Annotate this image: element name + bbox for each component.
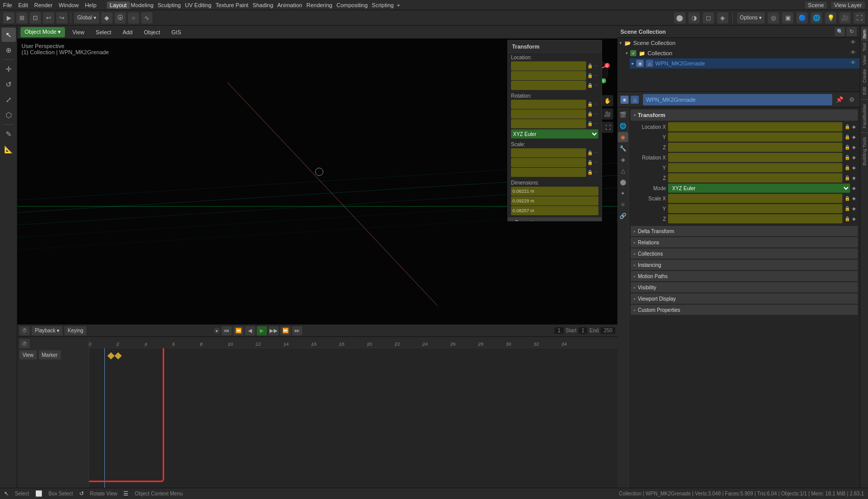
right-tab-tool[interactable]: Tool [861, 41, 867, 54]
toolbar-icon-5[interactable]: ↪ [56, 12, 68, 24]
instancing-header[interactable]: ▸ Instancing [631, 260, 858, 270]
rot-z-key[interactable]: ◆ [852, 175, 856, 180]
workspace-add-btn[interactable]: + [397, 2, 400, 8]
tl-jump-start[interactable]: ⏮ [221, 326, 232, 335]
proportional-type-btn[interactable]: ∿ [141, 12, 152, 24]
shading-mode-1[interactable]: 🔵 [796, 12, 808, 24]
workspace-layout[interactable]: Layout [107, 2, 130, 9]
right-tab-item[interactable]: Item [861, 28, 867, 41]
toolbar-icon-4[interactable]: ↩ [43, 12, 54, 24]
mode-key[interactable]: ◆ [852, 186, 856, 191]
scene-collection-eye[interactable]: 👁 [851, 39, 858, 47]
select-menu-btn[interactable]: Select [92, 27, 116, 37]
props-icon-material[interactable]: ⬤ [618, 177, 628, 187]
props-icon-world[interactable]: 🌐 [618, 121, 628, 131]
tp-rot-z[interactable] [511, 119, 586, 128]
mode-dropdown[interactable]: XYZ Euler [668, 184, 850, 193]
menu-file[interactable]: File [3, 2, 12, 8]
relations-header[interactable]: ▸ Relations [631, 237, 858, 247]
props-icon-physics[interactable]: ⚛ [618, 199, 628, 210]
tp-scale-x[interactable] [511, 148, 586, 157]
shading-mode-2[interactable]: 🌐 [811, 12, 822, 24]
tp-scale-y[interactable] [511, 158, 586, 167]
props-icon-modifier[interactable]: 🔧 [618, 143, 628, 153]
collections-header[interactable]: ▸ Collections [631, 248, 858, 259]
tp-loc-z[interactable] [511, 81, 586, 90]
workspace-shading[interactable]: Shading [253, 2, 273, 8]
outliner-collection[interactable]: ▾ ✓ 📁 Collection 👁 [624, 48, 860, 58]
tp-rot-x-lock[interactable]: 🔒 [587, 102, 593, 107]
props-icon-data[interactable]: △ [618, 166, 628, 176]
viewport-shading-4[interactable]: ◈ [717, 12, 728, 24]
rotation-x-input[interactable] [668, 153, 842, 162]
tp-rot-y[interactable] [511, 109, 586, 119]
object-menu-btn[interactable]: Object [140, 27, 164, 37]
rot-z-lock[interactable]: 🔒 [844, 175, 850, 180]
rot-y-key[interactable]: ◆ [852, 165, 856, 170]
visibility-header[interactable]: ▸ Visibility [631, 282, 858, 292]
tool-transform[interactable]: ⬡ [2, 108, 16, 122]
motion-paths-header[interactable]: ▸ Motion Paths [631, 271, 858, 281]
view-layer-selector[interactable]: View Layer [831, 2, 865, 9]
toolbar-icon-3[interactable]: ⊡ [30, 12, 41, 24]
tl-view-btn[interactable]: View [19, 350, 37, 359]
toolbar-icon-2[interactable]: ⊞ [16, 12, 28, 24]
menu-help[interactable]: Help [85, 2, 97, 8]
overlay-btn[interactable]: ◎ [768, 12, 779, 24]
right-tab-edit[interactable]: Edit [861, 85, 867, 97]
props-icon-vgroups[interactable]: ◈ [618, 154, 628, 165]
tp-rot-x[interactable] [511, 100, 586, 109]
props-pin-btn[interactable]: 📌 [834, 95, 844, 105]
options-btn[interactable]: Options ▾ [737, 12, 765, 24]
loc-x-key[interactable]: ◆ [852, 124, 856, 129]
tl-next-key[interactable]: ⏩ [280, 326, 291, 335]
scale-y-input[interactable] [668, 204, 842, 213]
tl-marker-btn[interactable]: Marker [39, 350, 61, 359]
viewport-shading-1[interactable]: ⬤ [674, 12, 685, 24]
transform-pivot-btn[interactable]: ◆ [101, 12, 113, 24]
rot-y-lock[interactable]: 🔒 [844, 165, 850, 170]
vp-grid-btn[interactable]: ⛶ [602, 122, 613, 133]
rotation-z-input[interactable] [668, 173, 842, 183]
location-z-input[interactable] [668, 143, 842, 152]
timeline-icon-1[interactable]: ⏱ [19, 326, 30, 335]
workspace-animation[interactable]: Animation [277, 2, 302, 8]
location-y-input[interactable] [668, 132, 842, 142]
tool-annotate[interactable]: ✎ [2, 127, 16, 141]
workspace-uv-editing[interactable]: UV Editing [185, 2, 211, 8]
tp-scale-x-lock[interactable]: 🔒 [587, 150, 593, 155]
delta-transform-header[interactable]: ▸ Delta Transform [631, 226, 858, 236]
viewport-shading-2[interactable]: ◑ [688, 12, 700, 24]
workspace-compositing[interactable]: Compositing [337, 2, 368, 8]
timeline-track-area[interactable]: 1 [89, 348, 617, 488]
vp-camera-btn[interactable]: 🎥 [602, 108, 613, 120]
right-tab-view[interactable]: View [861, 53, 867, 67]
viewport-display-header[interactable]: ▸ Viewport Display [631, 293, 858, 304]
outliner-scene-collection[interactable]: ▾ 📂 Scene Collection 👁 [617, 38, 860, 48]
props-object-name-input[interactable] [643, 94, 832, 105]
vp-hand-btn[interactable]: ✋ [602, 95, 613, 106]
gis-menu-btn[interactable]: GIS [167, 27, 185, 37]
menu-render[interactable]: Render [34, 2, 53, 8]
add-menu-btn[interactable]: Add [119, 27, 137, 37]
tp-loc-y[interactable] [511, 71, 586, 80]
tp-scale-z-lock[interactable]: 🔒 [587, 170, 593, 175]
collection-eye[interactable]: 👁 [851, 50, 858, 57]
rot-x-key[interactable]: ◆ [852, 155, 856, 160]
loc-y-key[interactable]: ◆ [852, 134, 856, 140]
scale-z-input[interactable] [668, 214, 842, 223]
tl-prev-key[interactable]: ⏪ [233, 326, 243, 335]
rotation-y-input[interactable] [668, 163, 842, 172]
tp-properties-header[interactable]: ▸ Properties [508, 217, 602, 221]
tool-measure[interactable]: 📐 [2, 142, 16, 156]
collection-checkbox[interactable]: ✓ [630, 50, 636, 56]
loc-y-lock[interactable]: 🔒 [844, 134, 850, 140]
scale-x-lock[interactable]: 🔒 [844, 196, 850, 201]
tp-dim-x[interactable] [511, 187, 598, 196]
tool-scale[interactable]: ⤢ [2, 93, 16, 107]
transform-section-header[interactable]: ▾ Transform [631, 109, 858, 121]
tp-rotation-mode[interactable]: XYZ Euler [511, 129, 598, 139]
tl-step-back[interactable]: ◀ [245, 326, 255, 335]
right-tab-building[interactable]: Building Tools [861, 135, 867, 167]
props-icon-particles[interactable]: ✦ [618, 188, 628, 198]
